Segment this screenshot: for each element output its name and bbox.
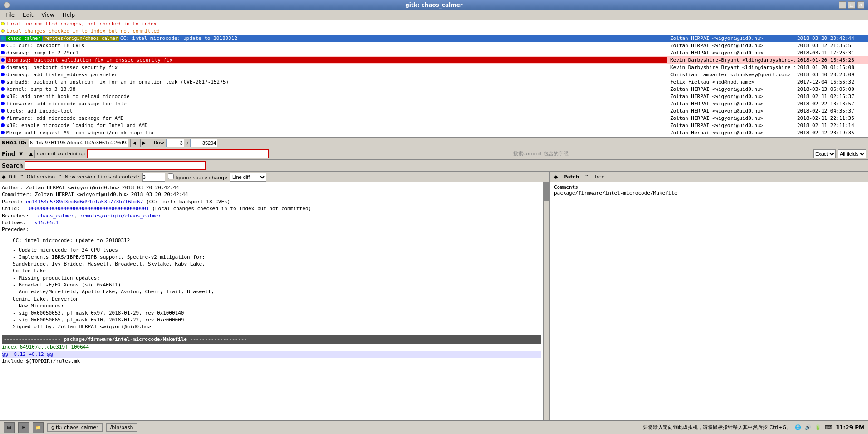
table-row[interactable]: tools: add iucode-tool: [0, 107, 668, 114]
dot-icon: [1, 29, 5, 33]
table-row[interactable]: x86: enable microcode loading for Intel …: [0, 122, 668, 129]
diff-content[interactable]: Author: Zoltan HERPAI <wigyori@uid0.hu> …: [0, 182, 543, 420]
diff-caret1: ^: [20, 174, 24, 180]
search-input[interactable]: [25, 161, 206, 170]
close-button[interactable]: ✕: [857, 1, 864, 9]
find-bar: Find ▼ ▲ commit containing: 搜索commit 包含的…: [0, 148, 868, 160]
precedes-label: Precedes:: [2, 227, 29, 232]
parent-link[interactable]: ec14154d5789d3ec6d6d91efa53c773b7f6bc67: [26, 199, 143, 205]
diff-branches-line: Branches: chaos_calmer, remotes/origin/c…: [2, 212, 541, 219]
table-row[interactable]: dnsmasq: backport validation fix in dnss…: [0, 56, 668, 64]
tab-patch[interactable]: Patch: [563, 174, 579, 180]
diff-body-line-9: - New Microcodes:: [13, 302, 541, 309]
table-row[interactable]: Local changes checked in to index but no…: [0, 27, 668, 35]
menu-view[interactable]: View: [38, 11, 58, 19]
ignore-space-checkbox[interactable]: [168, 173, 174, 179]
table-row[interactable]: Local uncommitted changes, not checked i…: [0, 20, 668, 27]
lines-context-input[interactable]: [142, 173, 165, 182]
dot-icon: [1, 131, 5, 134]
branch-tag: chaos_calmer: [6, 36, 42, 41]
menu-file[interactable]: File: [2, 11, 18, 19]
date-row: 2018-01-20 01:16:08: [795, 64, 868, 71]
table-row[interactable]: tools: mkimage: fix build with OpenSSL 1…: [0, 136, 668, 137]
author-row: Jo-Philipp Wich <jo@mein.io>: [668, 136, 795, 137]
exact-select[interactable]: Exact: [813, 149, 836, 158]
date-row: 2018-03-11 17:26:31: [795, 49, 868, 56]
table-row[interactable]: dnsmasq: backport dnssec security fix: [0, 64, 668, 71]
statusbar-icon-1: ▤: [4, 422, 15, 433]
table-row[interactable]: firmware: add microcode package for AMD: [0, 114, 668, 122]
find-down-button[interactable]: ▼: [17, 150, 25, 158]
date-row: 2018-03-20 20:42:44: [795, 35, 868, 42]
diff-outer: Author: Zoltan HERPAI <wigyori@uid0.hu> …: [0, 182, 549, 420]
dot-icon: [1, 116, 5, 120]
diff-spacer3: [2, 330, 541, 335]
diff-child-line: Child: 000000000000000000000000000000000…: [2, 205, 541, 212]
find-label: Find: [2, 151, 15, 157]
diff-caret2: ^: [58, 174, 62, 180]
commit-list[interactable]: Local uncommitted changes, not checked i…: [0, 20, 668, 137]
diff-body-line-7: - Anniedale/Morefield, Apollo Lake, Avot…: [13, 288, 541, 295]
child-link[interactable]: 0000000000000000000000000000000000000001: [29, 206, 149, 212]
row-total-input[interactable]: [190, 139, 217, 147]
parent-desc: (CC: curl: backport 18 CVEs): [146, 199, 230, 205]
statusbar-icon-3: 📁: [33, 422, 44, 433]
row-input[interactable]: [166, 139, 184, 147]
table-row[interactable]: x86: add preinit hook to reload microcod…: [0, 93, 668, 100]
bottom-area: ◆ Diff ^ Old version ^ New version Lines…: [0, 172, 868, 420]
date-row: 2018-02-11 22:11:35: [795, 114, 868, 122]
menu-help[interactable]: Help: [59, 11, 78, 19]
maximize-button[interactable]: □: [848, 1, 855, 9]
table-row[interactable]: dnsmasq: add listen_address parameter: [0, 71, 668, 78]
child-desc: (Local changes checked in to index but n…: [152, 206, 311, 212]
table-row[interactable]: Merge pull request #9 from wigyori/cc-mk…: [0, 129, 668, 136]
table-row[interactable]: kernel: bump to 3.18.98: [0, 85, 668, 93]
branch-link-2[interactable]: remotes/origin/chaos_calmer: [80, 213, 161, 219]
table-row[interactable]: dnsmasq: bump to 2.79rc1: [0, 49, 668, 56]
diff-body-line-8: Gemini Lake, Denverton: [13, 296, 541, 302]
diff-body-line-2: - Implements IBRS/IBPB/STIPB support, Sp…: [13, 254, 541, 261]
titlebar-close[interactable]: [4, 2, 10, 8]
next-button[interactable]: ▶: [140, 139, 148, 147]
author-row: Christian Lamparter <chunkeey@gmail.com>: [668, 71, 795, 78]
find-input[interactable]: [87, 149, 269, 158]
statusbar-icon-2: ⊞: [18, 422, 29, 433]
sha-input[interactable]: [29, 139, 128, 147]
branches-label: Branches:: [2, 213, 29, 219]
dot-icon: [1, 36, 5, 40]
date-row: 2018-02-12 04:35:37: [795, 107, 868, 114]
commit-message: tools: add iucode-tool: [6, 108, 667, 114]
minimize-button[interactable]: _: [839, 1, 846, 9]
find-up-button[interactable]: ▲: [27, 150, 35, 158]
diff-context-line: include $(TOPDIR)/rules.mk: [2, 358, 541, 365]
diff-tab[interactable]: ◆: [2, 174, 5, 180]
branch-link-1[interactable]: chaos_calmer: [38, 213, 74, 219]
sha-bar: SHA1 ID: ◀ ▶ Row /: [0, 138, 868, 148]
clock: 11:29 PM: [836, 424, 864, 431]
table-row[interactable]: samba36: backport an upstream fix for an…: [0, 78, 668, 85]
commit-message: CC: curl: backport 18 CVEs: [6, 43, 667, 49]
table-row[interactable]: CC: curl: backport 18 CVEs: [0, 42, 668, 49]
statusbar-right: 要将输入定向到此虚拟机，请将鼠标指针移入其中然后按 Ctrl+G。 🌐 🔊 🔋 …: [643, 424, 864, 431]
fields-select[interactable]: All fields: [838, 149, 866, 158]
diff-vscroll[interactable]: [543, 182, 549, 420]
follows-link[interactable]: v15.05.1: [35, 220, 59, 226]
table-row[interactable]: chaos_calmer remotes/origin/chaos_calmer…: [0, 35, 668, 42]
patch-content[interactable]: Comments package/firmware/intel-microcod…: [550, 182, 868, 420]
menu-edit[interactable]: Edit: [19, 11, 37, 19]
diff-vscroll-thumb[interactable]: [544, 182, 549, 201]
author-row: Kevin Darbyshire-Bryant <ldir@darbyshire…: [668, 56, 795, 64]
linediff-select[interactable]: Line diff: [230, 173, 266, 182]
commit-message: dnsmasq: add listen_address parameter: [6, 72, 667, 78]
parent-label: Parent:: [2, 199, 23, 205]
table-row[interactable]: firmware: add microcode package for Inte…: [0, 100, 668, 107]
patch-panel: ◆ Patch ^ Tree Comments package/firmware…: [550, 172, 868, 420]
tab-tree[interactable]: Tree: [594, 174, 605, 180]
diff-precedes-line: Precedes:: [2, 226, 541, 233]
statusbar-terminal[interactable]: /bin/bash: [106, 423, 137, 432]
statusbar-app[interactable]: gitk: chaos_calmer: [47, 423, 103, 432]
prev-button[interactable]: ◀: [130, 139, 138, 147]
diff-body-line-11: - sig 0x00050665, pf_mask 0x10, 2018-01-…: [13, 316, 541, 323]
diff-toolbar: ◆ Diff ^ Old version ^ New version Lines…: [0, 172, 549, 182]
row-label: Row: [154, 140, 164, 146]
